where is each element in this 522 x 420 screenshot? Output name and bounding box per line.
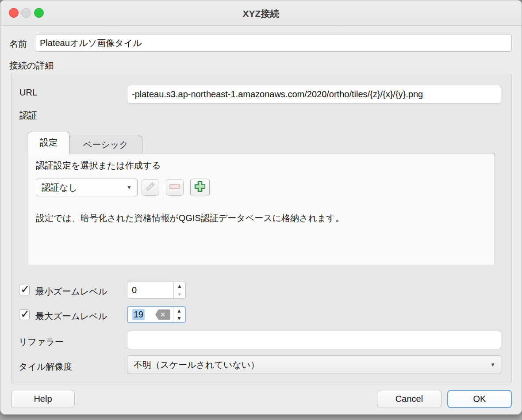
auth-settings-panel: 認証設定を選択または作成する 認証なし ▼ (28, 153, 495, 265)
tile-resolution-value: 不明（スケールされていない） (134, 360, 259, 370)
min-zoom-spinbox[interactable]: 0 ▲ ▼ (127, 282, 186, 299)
connection-details-label: 接続の詳細 (9, 60, 54, 72)
name-label: 名前 (9, 38, 27, 50)
window-title: XYZ接続 (0, 8, 522, 20)
check-icon: ✓ (20, 307, 30, 321)
tab-settings[interactable]: 設定 (28, 132, 69, 153)
tab-basic[interactable]: ベーシック (69, 136, 142, 153)
check-icon: ✓ (20, 283, 30, 296)
referer-input[interactable] (127, 331, 501, 349)
clear-text-icon[interactable]: ✕ (155, 309, 170, 320)
min-zoom-checkbox[interactable]: ✓ (19, 285, 30, 295)
connection-details-group: URL 認証 設定 ベーシック 認証設定を選択または作成する 認証なし ▼ (11, 74, 512, 383)
max-zoom-spinner: ▲ ▼ (173, 307, 185, 322)
auth-config-dropdown-value: 認証なし (42, 183, 77, 192)
remove-auth-button[interactable] (166, 179, 184, 196)
auth-config-dropdown[interactable]: 認証なし ▼ (36, 179, 138, 196)
min-zoom-spinner: ▲ ▼ (173, 282, 185, 298)
auth-storage-note: 設定では、暗号化された資格情報がQGIS認証データベースに格納されます。 (36, 212, 344, 224)
max-zoom-label: 最大ズームレベル (35, 310, 107, 322)
cancel-button[interactable]: Cancel (377, 390, 441, 408)
pencil-icon (145, 181, 156, 194)
help-button[interactable]: Help (11, 390, 75, 408)
ok-button[interactable]: OK (447, 390, 512, 408)
spin-up-icon[interactable]: ▲ (173, 307, 185, 315)
plus-icon (194, 180, 206, 195)
tile-resolution-dropdown[interactable]: 不明（スケールされていない） ▼ (127, 355, 501, 374)
titlebar: XYZ接続 (0, 0, 522, 26)
authentication-label: 認証 (19, 110, 37, 122)
max-zoom-value[interactable]: 19 (128, 307, 155, 322)
tile-resolution-label: タイル解像度 (19, 361, 72, 373)
min-zoom-label: 最小ズームレベル (35, 286, 107, 298)
edit-auth-button[interactable] (142, 179, 159, 196)
auth-select-prompt: 認証設定を選択または作成する (36, 160, 161, 172)
chevron-down-icon: ▼ (490, 356, 495, 374)
url-input[interactable] (127, 85, 501, 103)
add-auth-button[interactable] (190, 179, 210, 196)
max-zoom-spinbox[interactable]: 19 ✕ ▲ ▼ (127, 306, 186, 323)
selected-text: 19 (132, 309, 145, 320)
max-zoom-checkbox[interactable]: ✓ (19, 309, 30, 320)
referer-label: リファラー (19, 336, 64, 348)
url-label: URL (19, 88, 37, 98)
name-input[interactable] (35, 34, 512, 52)
xyz-connection-dialog: XYZ接続 名前 接続の詳細 URL 認証 設定 ベーシック 認証設定を選択また… (0, 0, 522, 415)
minus-icon (169, 183, 180, 191)
spin-down-icon[interactable]: ▼ (173, 315, 185, 323)
spin-down-icon[interactable]: ▼ (174, 290, 185, 299)
spin-up-icon[interactable]: ▲ (174, 282, 185, 290)
min-zoom-value[interactable]: 0 (127, 282, 173, 298)
chevron-down-icon: ▼ (127, 179, 132, 196)
